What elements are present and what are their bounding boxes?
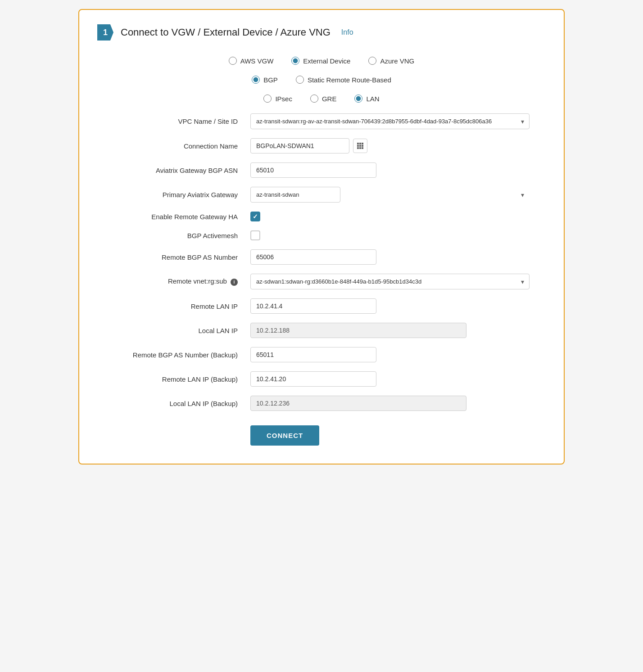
radio-aws-vgw[interactable]: AWS VGW: [229, 57, 274, 65]
svg-rect-5: [362, 145, 363, 147]
local-lan-ip-row: Local LAN IP: [97, 323, 546, 338]
remote-lan-ip-row: Remote LAN IP: [97, 298, 546, 314]
remote-vnet-select-wrapper[interactable]: az-sdwan1:sdwan-rg:d3660b1e-848f-449a-b1…: [250, 274, 530, 289]
radio-external-device-label: External Device: [303, 57, 350, 65]
radio-ipsec[interactable]: IPsec: [263, 95, 292, 103]
remote-vnet-select[interactable]: az-sdwan1:sdwan-rg:d3660b1e-848f-449a-b1…: [250, 274, 530, 289]
svg-rect-0: [357, 143, 359, 144]
remote-lan-ip-label: Remote LAN IP: [97, 302, 250, 310]
radio-lan-label: LAN: [366, 95, 379, 103]
remote-lan-ip-input[interactable]: [250, 298, 376, 314]
local-lan-ip-backup-control: [250, 396, 530, 411]
radio-lan-input[interactable]: [354, 95, 362, 103]
vpc-site-select-wrapper[interactable]: az-transit-sdwan:rg-av-az-transit-sdwan-…: [250, 113, 530, 129]
local-lan-ip-input: [250, 323, 466, 338]
remote-bgp-as-backup-input[interactable]: [250, 347, 376, 362]
svg-rect-3: [357, 145, 359, 147]
enable-remote-ha-checkbox[interactable]: [250, 212, 260, 221]
remote-lan-ip-backup-label: Remote LAN IP (Backup): [97, 375, 250, 383]
vpc-site-label: VPC Name / Site ID: [97, 117, 250, 125]
vpc-site-row: VPC Name / Site ID az-transit-sdwan:rg-a…: [97, 113, 546, 129]
remote-vnet-info-icon[interactable]: i: [231, 279, 238, 286]
svg-rect-8: [362, 147, 363, 149]
svg-rect-6: [357, 147, 359, 149]
enable-remote-ha-control: [250, 212, 530, 221]
local-lan-ip-backup-input: [250, 396, 466, 411]
aviatrix-bgp-asn-input[interactable]: [250, 162, 376, 178]
remote-lan-ip-control: [250, 298, 530, 314]
radio-azure-vng[interactable]: Azure VNG: [368, 57, 414, 65]
radio-bgp-input[interactable]: [252, 76, 260, 84]
connection-name-control: [250, 138, 530, 153]
remote-vnet-control: az-sdwan1:sdwan-rg:d3660b1e-848f-449a-b1…: [250, 274, 530, 289]
radio-static-remote-input[interactable]: [296, 76, 304, 84]
aviatrix-bgp-asn-label: Aviatrix Gateway BGP ASN: [97, 167, 250, 174]
routing-type-group: BGP Static Remote Route-Based: [97, 76, 546, 84]
local-lan-ip-label: Local LAN IP: [97, 327, 250, 334]
grid-icon-svg: [357, 142, 364, 149]
info-link[interactable]: Info: [341, 28, 353, 36]
connection-name-row: Connection Name: [97, 138, 546, 153]
remote-vnet-row: Remote vnet:rg:sub i az-sdwan1:sdwan-rg:…: [97, 274, 546, 289]
primary-gateway-row: Primary Aviatrix Gateway az-transit-sdwa…: [97, 187, 546, 203]
radio-static-remote[interactable]: Static Remote Route-Based: [296, 76, 391, 84]
primary-gateway-control: az-transit-sdwan: [250, 187, 530, 203]
radio-gre[interactable]: GRE: [310, 95, 337, 103]
primary-gateway-select-wrapper[interactable]: az-transit-sdwan: [250, 187, 530, 203]
connection-name-input[interactable]: [250, 138, 349, 153]
bgp-activemesh-control: [250, 230, 530, 240]
radio-external-device-input[interactable]: [291, 57, 299, 65]
main-card: 1 Connect to VGW / External Device / Azu…: [78, 9, 565, 465]
remote-lan-ip-backup-row: Remote LAN IP (Backup): [97, 371, 546, 387]
radio-ipsec-input[interactable]: [263, 95, 272, 103]
radio-gre-input[interactable]: [310, 95, 318, 103]
primary-gateway-select[interactable]: az-transit-sdwan: [250, 187, 340, 203]
radio-bgp[interactable]: BGP: [252, 76, 278, 84]
svg-rect-7: [359, 147, 361, 149]
connect-button-wrapper: CONNECT: [97, 411, 546, 446]
radio-azure-vng-input[interactable]: [368, 57, 376, 65]
enable-remote-ha-checkbox-wrapper: [250, 212, 530, 221]
tunnel-type-group: IPsec GRE LAN: [97, 95, 546, 103]
radio-external-device[interactable]: External Device: [291, 57, 350, 65]
bgp-activemesh-checkbox[interactable]: [250, 230, 260, 240]
connection-type-group: AWS VGW External Device Azure VNG: [97, 57, 546, 65]
bgp-activemesh-label: BGP Activemesh: [97, 232, 250, 239]
header: 1 Connect to VGW / External Device / Azu…: [97, 24, 546, 41]
step-badge: 1: [97, 24, 113, 41]
radio-static-remote-label: Static Remote Route-Based: [308, 76, 391, 84]
radio-gre-label: GRE: [322, 95, 337, 103]
radio-lan[interactable]: LAN: [354, 95, 379, 103]
remote-vnet-label: Remote vnet:rg:sub i: [97, 277, 250, 286]
local-lan-ip-control: [250, 323, 530, 338]
remote-bgp-as-row: Remote BGP AS Number: [97, 249, 546, 265]
aviatrix-bgp-asn-row: Aviatrix Gateway BGP ASN: [97, 162, 546, 178]
bgp-activemesh-row: BGP Activemesh: [97, 230, 546, 240]
vpc-site-control: az-transit-sdwan:rg-av-az-transit-sdwan-…: [250, 113, 530, 129]
connection-name-label: Connection Name: [97, 142, 250, 150]
local-lan-ip-backup-row: Local LAN IP (Backup): [97, 396, 546, 411]
connect-button[interactable]: CONNECT: [250, 425, 319, 446]
svg-rect-4: [359, 145, 361, 147]
remote-bgp-as-backup-control: [250, 347, 530, 362]
svg-rect-1: [359, 143, 361, 144]
remote-bgp-as-backup-label: Remote BGP AS Number (Backup): [97, 351, 250, 359]
aviatrix-bgp-asn-control: [250, 162, 530, 178]
radio-aws-vgw-input[interactable]: [229, 57, 237, 65]
remote-bgp-as-backup-row: Remote BGP AS Number (Backup): [97, 347, 546, 362]
enable-remote-ha-row: Enable Remote Gateway HA: [97, 212, 546, 221]
radio-aws-vgw-label: AWS VGW: [240, 57, 274, 65]
remote-lan-ip-backup-input[interactable]: [250, 371, 376, 387]
form-section: VPC Name / Site ID az-transit-sdwan:rg-a…: [97, 113, 546, 411]
svg-rect-2: [362, 143, 363, 144]
bgp-activemesh-checkbox-wrapper: [250, 230, 530, 240]
radio-azure-vng-label: Azure VNG: [380, 57, 414, 65]
remote-bgp-as-input[interactable]: [250, 249, 376, 265]
remote-lan-ip-backup-control: [250, 371, 530, 387]
page-title: Connect to VGW / External Device / Azure…: [121, 27, 331, 38]
radio-ipsec-label: IPsec: [275, 95, 292, 103]
radio-bgp-label: BGP: [263, 76, 278, 84]
vpc-site-select[interactable]: az-transit-sdwan:rg-av-az-transit-sdwan-…: [250, 113, 530, 129]
grid-icon-button[interactable]: [353, 139, 367, 153]
enable-remote-ha-label: Enable Remote Gateway HA: [97, 213, 250, 221]
